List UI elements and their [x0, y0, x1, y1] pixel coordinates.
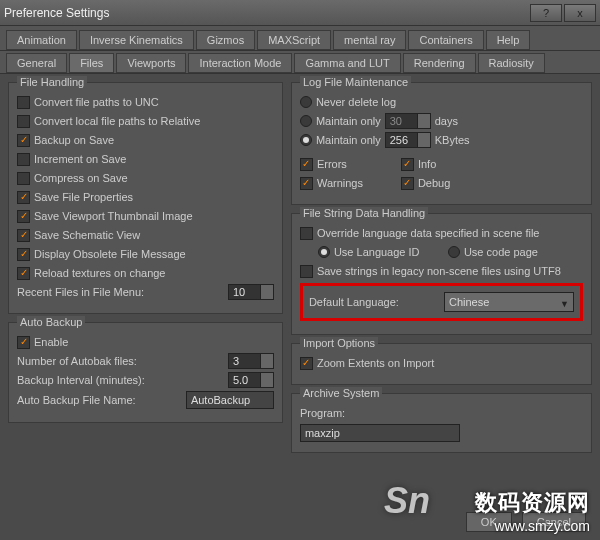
save-thumb-label: Save Viewport Thumbnail Image	[34, 210, 193, 222]
group-archive: Archive System Program: maxzip	[291, 393, 592, 453]
warnings-checkbox[interactable]: ✓	[300, 177, 313, 190]
save-schem-label: Save Schematic View	[34, 229, 140, 241]
cancel-button[interactable]: Cancel	[522, 512, 586, 532]
enable-backup-checkbox[interactable]: ✓	[17, 336, 30, 349]
use-codepage-radio[interactable]	[448, 246, 460, 258]
reload-tex-checkbox[interactable]: ✓	[17, 267, 30, 280]
group-strings: File String Data Handling Override langu…	[291, 213, 592, 335]
tab-general[interactable]: General	[6, 53, 67, 73]
enable-backup-label: Enable	[34, 336, 68, 348]
tab-bar: AnimationInverse KinematicsGizmosMAXScri…	[0, 26, 600, 51]
use-codepage-label: Use code page	[464, 246, 538, 258]
default-language-label: Default Language:	[309, 296, 399, 308]
tab-viewports[interactable]: Viewports	[116, 53, 186, 73]
save-schem-checkbox[interactable]: ✓	[17, 229, 30, 242]
tab-mental-ray[interactable]: mental ray	[333, 30, 406, 50]
incr-save-checkbox[interactable]	[17, 153, 30, 166]
group-import: Import Options ✓Zoom Extents on Import	[291, 343, 592, 385]
maintain-kb-spinner[interactable]: 256	[385, 132, 431, 148]
ok-button[interactable]: OK	[466, 512, 512, 532]
errors-label: Errors	[317, 158, 397, 170]
debug-label: Debug	[418, 177, 450, 189]
tab-gizmos[interactable]: Gizmos	[196, 30, 255, 50]
days-unit: days	[435, 115, 458, 127]
tab-interaction-mode[interactable]: Interaction Mode	[188, 53, 292, 73]
legend-file-handling: File Handling	[17, 76, 87, 88]
convert-rel-label: Convert local file paths to Relative	[34, 115, 200, 127]
use-lang-radio[interactable]	[318, 246, 330, 258]
group-auto-backup: Auto Backup ✓Enable Number of Autobak fi…	[8, 322, 283, 423]
info-label: Info	[418, 158, 436, 170]
group-log: Log File Maintenance Never delete log Ma…	[291, 82, 592, 205]
disp-obs-label: Display Obsolete File Message	[34, 248, 186, 260]
backup-filename-input[interactable]: AutoBackup	[186, 391, 274, 409]
recent-files-spinner[interactable]: 10	[228, 284, 274, 300]
backup-save-label: Backup on Save	[34, 134, 114, 146]
tab-containers[interactable]: Containers	[408, 30, 483, 50]
title-bar: Preference Settings ? x	[0, 0, 600, 26]
disp-obs-checkbox[interactable]: ✓	[17, 248, 30, 261]
maintain-kb-radio[interactable]	[300, 134, 312, 146]
warnings-label: Warnings	[317, 177, 397, 189]
incr-save-label: Increment on Save	[34, 153, 126, 165]
close-button[interactable]: x	[564, 4, 596, 22]
utf8-checkbox[interactable]	[300, 265, 313, 278]
backup-save-checkbox[interactable]: ✓	[17, 134, 30, 147]
debug-checkbox[interactable]: ✓	[401, 177, 414, 190]
archive-program-input[interactable]: maxzip	[300, 424, 460, 442]
dialog-footer: OK Cancel	[466, 512, 586, 532]
info-checkbox[interactable]: ✓	[401, 158, 414, 171]
tab-files[interactable]: Files	[69, 53, 114, 73]
use-lang-label: Use Language ID	[334, 246, 444, 258]
tab-inverse-kinematics[interactable]: Inverse Kinematics	[79, 30, 194, 50]
maintain-kb-label: Maintain only	[316, 134, 381, 146]
default-language-select[interactable]: Chinese	[444, 292, 574, 312]
compress-save-label: Compress on Save	[34, 172, 128, 184]
legend-auto-backup: Auto Backup	[17, 316, 85, 328]
legend-archive: Archive System	[300, 387, 382, 399]
override-lang-label: Override language data specified in scen…	[317, 227, 540, 239]
tab-maxscript[interactable]: MAXScript	[257, 30, 331, 50]
num-autobak-label: Number of Autobak files:	[17, 355, 137, 367]
watermark-logo: Sn	[384, 480, 430, 522]
save-props-label: Save File Properties	[34, 191, 133, 203]
maintain-days-spinner: 30	[385, 113, 431, 129]
window-title: Preference Settings	[4, 6, 528, 20]
group-file-handling: File Handling Convert file paths to UNCC…	[8, 82, 283, 314]
tab-radiosity[interactable]: Radiosity	[478, 53, 545, 73]
utf8-label: Save strings in legacy non-scene files u…	[317, 265, 561, 277]
convert-unc-label: Convert file paths to UNC	[34, 96, 159, 108]
convert-rel-checkbox[interactable]	[17, 115, 30, 128]
backup-interval-label: Backup Interval (minutes):	[17, 374, 145, 386]
recent-files-label: Recent Files in File Menu:	[17, 286, 144, 298]
zoom-extents-label: Zoom Extents on Import	[317, 357, 434, 369]
backup-interval-spinner[interactable]: 5.0	[228, 372, 274, 388]
tab-rendering[interactable]: Rendering	[403, 53, 476, 73]
zoom-extents-checkbox[interactable]: ✓	[300, 357, 313, 370]
archive-program-label: Program:	[300, 407, 345, 419]
help-button[interactable]: ?	[530, 4, 562, 22]
tab-gamma-and-lut[interactable]: Gamma and LUT	[294, 53, 400, 73]
save-thumb-checkbox[interactable]: ✓	[17, 210, 30, 223]
legend-log: Log File Maintenance	[300, 76, 411, 88]
legend-import: Import Options	[300, 337, 378, 349]
never-delete-radio[interactable]	[300, 96, 312, 108]
maintain-days-label: Maintain only	[316, 115, 381, 127]
override-lang-checkbox[interactable]	[300, 227, 313, 240]
compress-save-checkbox[interactable]	[17, 172, 30, 185]
reload-tex-label: Reload textures on change	[34, 267, 165, 279]
convert-unc-checkbox[interactable]	[17, 96, 30, 109]
save-props-checkbox[interactable]: ✓	[17, 191, 30, 204]
never-delete-label: Never delete log	[316, 96, 396, 108]
tab-help[interactable]: Help	[486, 30, 531, 50]
tab-bar-2: GeneralFilesViewportsInteraction ModeGam…	[0, 51, 600, 74]
num-autobak-spinner[interactable]: 3	[228, 353, 274, 369]
default-language-highlight: Default Language: Chinese	[300, 283, 583, 321]
maintain-days-radio[interactable]	[300, 115, 312, 127]
tab-animation[interactable]: Animation	[6, 30, 77, 50]
legend-strings: File String Data Handling	[300, 207, 428, 219]
kb-unit: KBytes	[435, 134, 470, 146]
backup-filename-label: Auto Backup File Name:	[17, 394, 136, 406]
errors-checkbox[interactable]: ✓	[300, 158, 313, 171]
